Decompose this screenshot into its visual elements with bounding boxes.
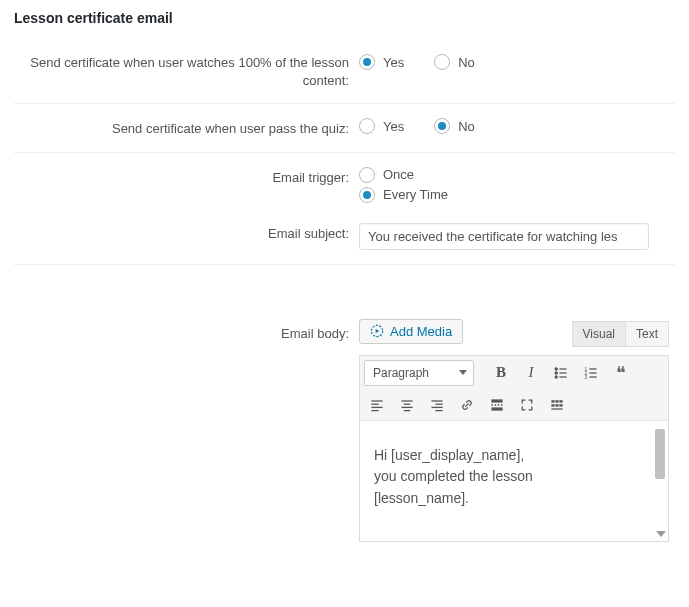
trigger-once-radio[interactable]: Once: [359, 167, 675, 183]
bullet-list-icon: [553, 365, 569, 381]
section-title: Lesson certificate email: [14, 10, 675, 26]
svg-rect-25: [491, 399, 502, 402]
svg-point-5: [555, 376, 557, 378]
body-label: Email body:: [14, 319, 359, 343]
add-media-label: Add Media: [390, 324, 452, 339]
scroll-down-icon[interactable]: [656, 531, 666, 537]
number-list-button[interactable]: 123: [578, 360, 604, 386]
kitchensink-button[interactable]: [544, 392, 570, 418]
body-line: you completed the lesson: [374, 466, 654, 488]
radio-label: Once: [383, 167, 414, 182]
bold-icon: B: [496, 365, 506, 380]
radio-label: Yes: [383, 119, 404, 134]
align-right-icon: [429, 397, 445, 413]
kitchensink-icon: [549, 397, 565, 413]
svg-rect-32: [555, 404, 558, 406]
link-icon: [459, 397, 475, 413]
body-line: Hi [user_display_name],: [374, 445, 654, 467]
tab-visual[interactable]: Visual: [572, 321, 626, 347]
svg-rect-33: [559, 404, 562, 406]
quiz-yes-radio[interactable]: Yes: [359, 118, 404, 134]
bold-button[interactable]: B: [488, 360, 514, 386]
chevron-down-icon: [459, 370, 467, 375]
scrollbar-thumb[interactable]: [655, 429, 665, 479]
align-center-icon: [399, 397, 415, 413]
svg-rect-29: [555, 400, 558, 402]
radio-icon: [434, 118, 450, 134]
subject-input[interactable]: [359, 223, 649, 250]
editor-toolbar: Paragraph B I 123 ❝: [360, 356, 668, 421]
radio-icon: [359, 167, 375, 183]
quote-icon: ❝: [616, 364, 626, 382]
svg-rect-28: [551, 400, 554, 402]
italic-icon: I: [529, 365, 534, 380]
watch-no-radio[interactable]: No: [434, 54, 475, 70]
media-icon: [370, 324, 384, 338]
radio-icon: [359, 54, 375, 70]
subject-label: Email subject:: [14, 223, 359, 243]
format-select[interactable]: Paragraph: [364, 360, 474, 386]
svg-rect-30: [559, 400, 562, 402]
add-media-button[interactable]: Add Media: [359, 319, 463, 344]
radio-icon: [359, 187, 375, 203]
align-center-button[interactable]: [394, 392, 420, 418]
radio-label: No: [458, 55, 475, 70]
align-left-button[interactable]: [364, 392, 390, 418]
svg-rect-31: [551, 404, 554, 406]
svg-point-1: [555, 368, 557, 370]
italic-button[interactable]: I: [518, 360, 544, 386]
trigger-label: Email trigger:: [14, 167, 359, 187]
tab-text[interactable]: Text: [626, 321, 669, 347]
radio-label: Yes: [383, 55, 404, 70]
svg-text:3: 3: [585, 374, 588, 379]
blockquote-button[interactable]: ❝: [608, 360, 634, 386]
radio-icon: [359, 118, 375, 134]
trigger-every-radio[interactable]: Every Time: [359, 187, 675, 203]
align-right-button[interactable]: [424, 392, 450, 418]
watch-label: Send certificate when user watches 100% …: [14, 54, 359, 89]
editor-content[interactable]: Hi [user_display_name], you completed th…: [360, 421, 668, 541]
readmore-icon: [489, 397, 505, 413]
number-list-icon: 123: [583, 365, 599, 381]
quiz-no-radio[interactable]: No: [434, 118, 475, 134]
radio-label: No: [458, 119, 475, 134]
align-left-icon: [369, 397, 385, 413]
svg-point-3: [555, 372, 557, 374]
format-select-label: Paragraph: [373, 366, 429, 380]
bullet-list-button[interactable]: [548, 360, 574, 386]
watch-yes-radio[interactable]: Yes: [359, 54, 404, 70]
body-line: [lesson_name].: [374, 488, 654, 510]
editor: Paragraph B I 123 ❝: [359, 355, 669, 542]
quiz-label: Send certificate when user pass the quiz…: [14, 118, 359, 138]
readmore-button[interactable]: [484, 392, 510, 418]
link-button[interactable]: [454, 392, 480, 418]
fullscreen-button[interactable]: [514, 392, 540, 418]
fullscreen-icon: [519, 397, 535, 413]
radio-label: Every Time: [383, 187, 448, 202]
radio-icon: [434, 54, 450, 70]
svg-rect-27: [491, 407, 502, 410]
